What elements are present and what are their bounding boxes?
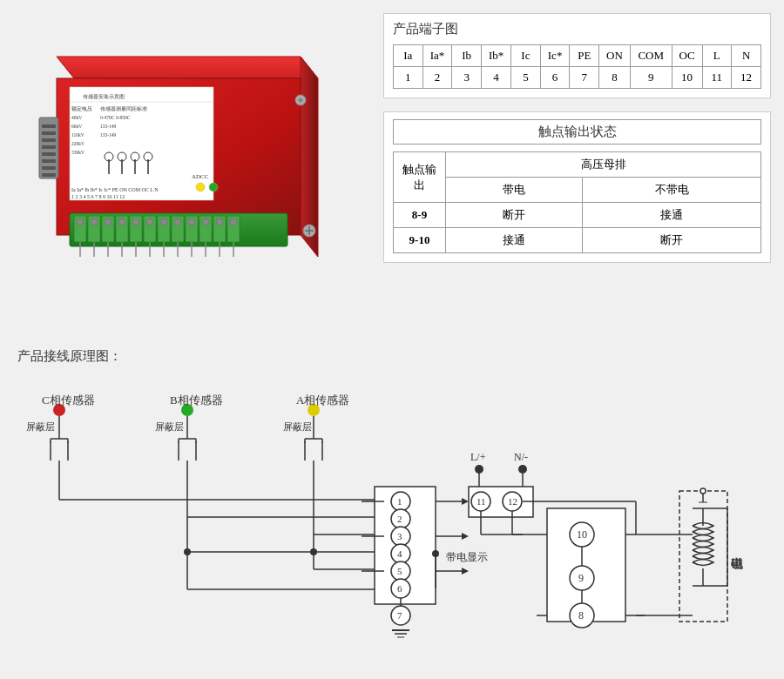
terminal-col-PE: PE	[570, 45, 599, 67]
terminal-num-5: 5	[511, 67, 541, 89]
svg-text:133-149: 133-149	[100, 132, 117, 138]
svg-text:330kV: 330kV	[71, 150, 84, 155]
terminal-number-row: 123456789101112	[394, 67, 761, 89]
svg-text:133-149: 133-149	[100, 124, 117, 129]
terminal-col-Ia: Ia	[394, 45, 423, 67]
wiring-title: 产品接线原理图：	[17, 348, 767, 365]
svg-text:1   2   3   4   5   6   7   8 : 1 2 3 4 5 6 7 8 9 10 11 12	[71, 194, 125, 199]
contact-powered: 接通	[446, 228, 583, 253]
terminal-num-1: 1	[394, 67, 423, 89]
svg-point-62	[174, 218, 181, 225]
svg-rect-32	[42, 131, 56, 135]
shield-label-c: 屏蔽层	[26, 421, 55, 432]
svg-text:9: 9	[578, 572, 584, 584]
svg-point-63	[188, 218, 195, 225]
terminal-col-Ic: Ic	[511, 45, 541, 67]
svg-rect-3	[70, 87, 213, 200]
terminal-num-2: 2	[422, 67, 452, 89]
svg-text:1: 1	[397, 496, 402, 507]
contact-state-title: 触点输出状态	[393, 119, 761, 145]
terminal-num-3: 3	[452, 67, 482, 89]
contact-unpowered: 接通	[583, 203, 761, 228]
contact-row: 9-10接通断开	[394, 228, 761, 253]
terminal-col-Ia*: Ia*	[422, 45, 452, 67]
terminal-diagram: 产品端子图 IaIa*IbIb*IcIc*PEONCOMOCLN 1234567…	[383, 13, 771, 98]
a-sensor-label: A相传感器	[296, 393, 349, 407]
svg-text:11: 11	[476, 496, 486, 507]
svg-text:5: 5	[397, 566, 402, 576]
svg-text:4: 4	[397, 548, 402, 559]
svg-point-57	[105, 218, 112, 225]
svg-point-66	[230, 218, 237, 225]
terminal-col-N: N	[732, 45, 761, 67]
contact-col-header-output: 触点输出	[394, 152, 446, 203]
shield-label-a: 屏蔽层	[283, 421, 312, 432]
terminal-col-COM: COM	[630, 45, 672, 67]
terminal-col-L: L	[702, 45, 732, 67]
terminal-num-8: 8	[599, 67, 631, 89]
svg-text:额定电压: 额定电压	[71, 105, 92, 111]
contact-pin: 8-9	[394, 203, 446, 228]
contact-col-header-busbar: 高压母排	[446, 152, 761, 178]
n-minus-label: N/-	[514, 451, 528, 463]
svg-rect-38	[42, 173, 56, 177]
contact-powered: 断开	[446, 203, 583, 228]
contact-col-unpowered: 不带电	[583, 178, 761, 203]
wiring-svg: C相传感器 B相传感器 A相传感器 屏蔽层 屏蔽层 屏蔽层	[17, 373, 767, 661]
wiring-diagram: C相传感器 B相传感器 A相传感器 屏蔽层 屏蔽层 屏蔽层	[17, 373, 767, 661]
powered-display-label: 带电显示	[446, 551, 488, 563]
contact-pin: 9-10	[394, 228, 446, 253]
svg-point-61	[160, 218, 167, 225]
svg-point-58	[118, 218, 125, 225]
terminal-num-6: 6	[540, 67, 570, 89]
svg-point-26	[209, 183, 218, 192]
svg-text:0-470C   0-850C: 0-470C 0-850C	[100, 115, 131, 120]
svg-text:3: 3	[397, 531, 402, 541]
svg-point-55	[77, 218, 84, 225]
contact-unpowered: 断开	[583, 228, 761, 253]
em-lock-label: 电磁锁	[731, 557, 744, 570]
terminal-diagram-title: 产品端子图	[393, 21, 761, 37]
svg-rect-36	[42, 159, 56, 163]
terminal-col-Ib: Ib	[452, 45, 482, 67]
device-svg: 传感器安装示意图 额定电压 40kV 66kV 110kV 220kV 330k…	[22, 30, 353, 309]
svg-point-25	[196, 183, 205, 192]
svg-rect-37	[42, 166, 56, 170]
svg-rect-35	[42, 152, 56, 156]
svg-text:Ia Ia* Ib Ib* Ic Ic* PE  ON  C: Ia Ia* Ib Ib* Ic Ic* PE ON COM OC L N	[71, 187, 159, 192]
svg-text:12: 12	[508, 496, 517, 507]
right-panel: 产品端子图 IaIa*IbIb*IcIc*PEONCOMOCLN 1234567…	[375, 0, 784, 340]
svg-rect-33	[42, 138, 56, 142]
svg-rect-31	[42, 124, 56, 128]
terminal-col-Ib*: Ib*	[482, 45, 511, 67]
svg-rect-34	[42, 145, 56, 149]
svg-marker-111	[462, 533, 469, 540]
svg-point-60	[146, 218, 153, 225]
c-sensor-label: C相传感器	[42, 393, 95, 407]
terminal-num-4: 4	[482, 67, 511, 89]
contact-header-row: 触点输出 高压母排	[394, 152, 761, 178]
svg-text:7: 7	[397, 610, 402, 621]
terminal-col-Ic*: Ic*	[540, 45, 570, 67]
svg-text:8: 8	[578, 609, 584, 622]
svg-text:6: 6	[397, 583, 402, 594]
svg-text:传感器测量同距标准: 传感器测量同距标准	[100, 106, 147, 111]
contact-subheader-row: 带电 不带电	[394, 178, 761, 203]
svg-point-59	[132, 218, 139, 225]
terminal-table: IaIa*IbIb*IcIc*PEONCOMOCLN 1234567891011…	[393, 44, 761, 89]
svg-text:传感器安装示意图: 传感器安装示意图	[83, 93, 125, 99]
bottom-section: 产品接线原理图： C相传感器 B相传感器 A相传感器 屏蔽层 屏蔽层 屏蔽层	[0, 340, 784, 679]
svg-text:40kV: 40kV	[71, 115, 82, 120]
svg-marker-113	[462, 568, 469, 575]
svg-point-56	[91, 218, 98, 225]
l-plus-label: L/+	[470, 451, 486, 463]
terminal-num-7: 7	[570, 67, 599, 89]
product-image-container: 传感器安装示意图 额定电压 40kV 66kV 110kV 220kV 330k…	[0, 0, 375, 340]
svg-point-148	[700, 488, 706, 494]
svg-text:110kV: 110kV	[71, 132, 84, 138]
b-sensor-label: B相传感器	[170, 393, 223, 407]
terminal-col-OC: OC	[672, 45, 702, 67]
svg-text:220kV: 220kV	[71, 141, 84, 146]
terminal-col-ON: ON	[599, 45, 631, 67]
svg-text:2: 2	[397, 514, 402, 524]
